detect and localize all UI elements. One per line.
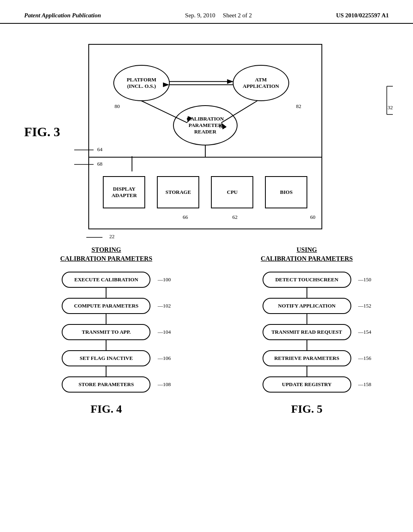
fig5-ref-150: —150: [358, 276, 371, 283]
ref-80: 80: [115, 103, 120, 110]
fig5-ref-154: —154: [358, 329, 371, 335]
platform-line1: PLATFORM: [127, 77, 156, 83]
fig5-step-158-text: UPDATE REGISTRY: [282, 381, 332, 387]
fig4-step-102-wrapper: COMPUTE PARAMETERS —102: [62, 298, 150, 314]
bottom-flowcharts: STORING CALIBRATION PARAMETERS EXECUTE C…: [24, 245, 389, 416]
fig5-title: USING CALIBRATION PARAMETERS: [261, 245, 353, 264]
header-date-sheet: Sep. 9, 2010 Sheet 2 of 2: [185, 12, 252, 19]
fig5-connector-4: [307, 366, 307, 376]
fig4-connector-4: [106, 366, 106, 376]
fig3-diagram: PLATFORM (INCL. O.S.) 80 ATM APPLICATION…: [72, 44, 389, 229]
header-sheet: Sheet 2 of 2: [223, 12, 252, 19]
ref-66: 66: [183, 214, 188, 220]
calibration-ellipse: CALIBRATION PARAMETER READER: [173, 105, 238, 145]
fig3-bottom-section: DISPLAYADAPTER STORAGE CPU BIOS: [89, 156, 321, 229]
storage-box: STORAGE: [157, 176, 199, 208]
ref-32: 32: [388, 104, 393, 111]
display-adapter-label: DISPLAYADAPTER: [111, 186, 137, 199]
fig5-step-154: TRANSMIT READ REQUEST: [263, 324, 351, 340]
fig4-title-line2: CALIBRATION PARAMETERS: [60, 254, 152, 263]
fig5-flowchart: USING CALIBRATION PARAMETERS DETECT TOUC…: [225, 245, 389, 416]
fig4-step-100: EXECUTE CALIBRATION: [62, 272, 150, 288]
cpu-box: CPU: [211, 176, 253, 208]
fig5-step-156: RETRIEVE PARAMETERS: [263, 350, 351, 366]
fig4-step-108-text: STORE PARAMETERS: [79, 381, 134, 387]
platform-line2: (INCL. O.S.): [127, 83, 156, 89]
ref-22: 22: [109, 233, 115, 240]
fig3-top-section: PLATFORM (INCL. O.S.) 80 ATM APPLICATION…: [89, 45, 321, 158]
fig4-step-106: SET FLAG INACTIVE: [62, 350, 150, 366]
calibration-line2: PARAMETER: [188, 122, 222, 129]
fig5-ref-156: —156: [358, 355, 371, 362]
fig4-flowchart: STORING CALIBRATION PARAMETERS EXECUTE C…: [24, 245, 188, 416]
fig4-ref-108: —108: [158, 381, 171, 388]
fig4-step-100-text: EXECUTE CALIBRATION: [74, 276, 138, 283]
fig4-ref-104: —104: [158, 329, 171, 335]
header-publication-label: Patent Application Publication: [24, 12, 101, 19]
fig4-ref-106: —106: [158, 355, 171, 362]
fig5-step-156-wrapper: RETRIEVE PARAMETERS —156: [263, 350, 351, 366]
fig5-step-152: NOTIFY APPLICATION: [263, 298, 351, 314]
fig3-section: FIG. 3 PLATFORM (INCL. O.S.) 80 ATM: [24, 44, 389, 229]
atm-line1: ATM: [255, 77, 267, 83]
fig4-step-104-text: TRANSMIT TO APP.: [82, 329, 131, 335]
fig5-step-150-wrapper: DETECT TOUCHSCREEN —150: [263, 272, 351, 288]
fig5-connector-3: [307, 340, 307, 350]
fig5-step-152-text: NOTIFY APPLICATION: [278, 303, 336, 309]
ref-82: 82: [296, 103, 301, 110]
ref-60: 60: [310, 214, 315, 220]
bios-box: BIOS: [265, 176, 307, 208]
fig5-step-158-wrapper: UPDATE REGISTRY —158: [263, 376, 351, 393]
fig5-ref-158: —158: [358, 381, 371, 388]
fig3-label: FIG. 3: [24, 125, 60, 139]
fig4-step-106-text: SET FLAG INACTIVE: [79, 355, 133, 361]
fig4-step-100-wrapper: EXECUTE CALIBRATION —100: [62, 272, 150, 288]
ref-64: 64: [97, 146, 102, 153]
fig5-step-156-text: RETRIEVE PARAMETERS: [274, 355, 339, 361]
fig5-flow-container: DETECT TOUCHSCREEN —150 NOTIFY APPLICATI…: [263, 272, 351, 393]
fig5-step-158: UPDATE REGISTRY: [263, 376, 351, 393]
fig4-step-108-wrapper: STORE PARAMETERS —108: [62, 376, 150, 393]
display-adapter-box: DISPLAYADAPTER: [103, 176, 145, 208]
calibration-line1: CALIBRATION: [187, 116, 224, 122]
cpu-label: CPU: [227, 189, 238, 195]
fig5-step-150-text: DETECT TOUCHSCREEN: [275, 276, 338, 283]
header-date: Sep. 9, 2010: [185, 12, 215, 19]
fig5-connector-2: [307, 314, 307, 324]
bios-label: BIOS: [280, 189, 292, 195]
platform-ellipse: PLATFORM (INCL. O.S.): [113, 65, 170, 101]
fig4-ref-100: —100: [158, 276, 171, 283]
fig4-connector-3: [106, 340, 106, 350]
fig4-step-108: STORE PARAMETERS: [62, 376, 150, 393]
main-content: FIG. 3 PLATFORM (INCL. O.S.) 80 ATM: [0, 24, 413, 428]
fig4-step-106-wrapper: SET FLAG INACTIVE —106: [62, 350, 150, 366]
fig5-step-154-wrapper: TRANSMIT READ REQUEST —154: [263, 324, 351, 340]
fig5-step-152-wrapper: NOTIFY APPLICATION —152: [263, 298, 351, 314]
ref32-bracket: [385, 84, 401, 116]
fig4-connector-1: [106, 288, 106, 298]
fig3-outer-box: PLATFORM (INCL. O.S.) 80 ATM APPLICATION…: [88, 44, 322, 229]
atm-line2: APPLICATION: [243, 83, 279, 89]
fig4-step-102: COMPUTE PARAMETERS: [62, 298, 150, 314]
fig5-ref-152: —152: [358, 303, 371, 309]
storage-label: STORAGE: [165, 189, 191, 195]
hardware-boxes: DISPLAYADAPTER STORAGE CPU BIOS: [89, 156, 321, 229]
fig4-title-line1: STORING: [60, 245, 152, 254]
ref-62: 62: [232, 214, 238, 220]
ref-84: 84: [219, 123, 224, 130]
fig5-step-154-text: TRANSMIT READ REQUEST: [271, 329, 342, 335]
fig5-label: FIG. 5: [291, 403, 323, 416]
fig4-title: STORING CALIBRATION PARAMETERS: [60, 245, 152, 264]
fig4-flow-container: EXECUTE CALIBRATION —100 COMPUTE PARAMET…: [62, 272, 150, 393]
fig4-label: FIG. 4: [91, 403, 122, 416]
atm-ellipse: ATM APPLICATION: [233, 65, 289, 101]
fig5-title-line2: CALIBRATION PARAMETERS: [261, 254, 353, 263]
fig4-connector-2: [106, 314, 106, 324]
fig5-step-150: DETECT TOUCHSCREEN: [263, 272, 351, 288]
header-patent-number: US 2010/0225597 A1: [336, 12, 389, 19]
page-header: Patent Application Publication Sep. 9, 2…: [0, 0, 413, 24]
fig4-step-102-text: COMPUTE PARAMETERS: [74, 303, 139, 309]
ref22-line: [86, 235, 111, 243]
fig5-title-line1: USING: [261, 245, 353, 254]
fig4-step-104-wrapper: TRANSMIT TO APP. —104: [62, 324, 150, 340]
